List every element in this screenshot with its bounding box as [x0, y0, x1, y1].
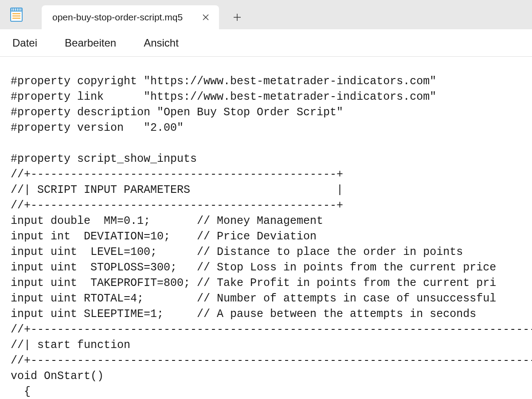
- menu-edit[interactable]: Bearbeiten: [63, 35, 118, 51]
- code-line: input uint SLEEPTIME=1; // A pause betwe…: [11, 308, 476, 321]
- code-line: #property link "https://www.best-metatra…: [11, 90, 436, 103]
- svg-rect-3: [13, 8, 14, 11]
- code-line: #property copyright "https://www.best-me…: [11, 75, 436, 88]
- code-line: //| start function |: [11, 339, 532, 352]
- code-line: //| SCRIPT INPUT PARAMETERS |: [11, 184, 343, 196]
- new-tab-button[interactable]: [227, 7, 247, 27]
- menubar: Datei Bearbeiten Ansicht: [0, 29, 532, 57]
- text-editor-area[interactable]: #property copyright "https://www.best-me…: [0, 57, 532, 399]
- menu-view[interactable]: Ansicht: [142, 35, 180, 51]
- code-line: //+-------------------------------------…: [11, 199, 343, 212]
- svg-rect-2: [12, 8, 12, 11]
- code-line: input uint STOPLOSS=300; // Stop Loss in…: [11, 261, 496, 274]
- code-line: input uint TAKEPROFIT=800; // Take Profi…: [11, 277, 496, 289]
- code-line: //+-------------------------------------…: [11, 354, 532, 367]
- notepad-app-icon: [9, 7, 24, 22]
- tab-title: open-buy-stop-order-script.mq5: [52, 12, 183, 23]
- svg-rect-6: [19, 8, 20, 11]
- code-line: #property version "2.00": [11, 121, 184, 134]
- code-line: #property script_show_inputs: [11, 153, 197, 165]
- code-line: input double MM=0.1; // Money Management: [11, 215, 323, 227]
- svg-rect-5: [17, 8, 18, 11]
- code-line: input uint LEVEL=100; // Distance to pla…: [11, 246, 463, 258]
- svg-rect-7: [20, 8, 21, 11]
- code-line: #property description "Open Buy Stop Ord…: [11, 106, 343, 119]
- active-tab[interactable]: open-buy-stop-order-script.mq5: [42, 5, 219, 29]
- tab-close-button[interactable]: [200, 12, 211, 23]
- code-line: input int DEVIATION=10; // Price Deviati…: [11, 230, 317, 243]
- svg-rect-4: [15, 8, 16, 11]
- code-line: input uint RTOTAL=4; // Number of attemp…: [11, 292, 496, 305]
- code-line: //+-------------------------------------…: [11, 323, 532, 336]
- code-line: {: [11, 385, 31, 398]
- code-line: void OnStart(): [11, 370, 104, 383]
- titlebar: open-buy-stop-order-script.mq5: [0, 0, 532, 29]
- menu-file[interactable]: Datei: [11, 35, 39, 51]
- code-line: //+-------------------------------------…: [11, 168, 343, 181]
